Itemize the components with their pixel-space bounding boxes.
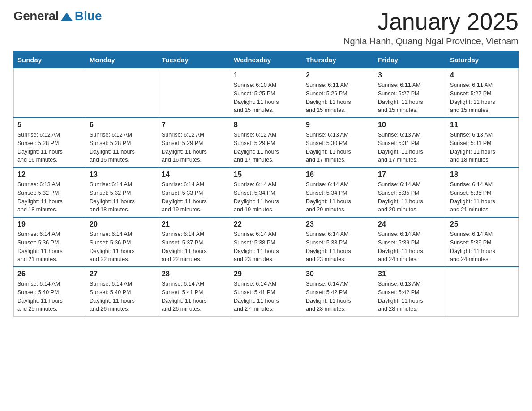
day-info: Sunrise: 6:14 AM Sunset: 5:36 PM Dayligh… (90, 230, 154, 264)
calendar-cell: 29Sunrise: 6:14 AM Sunset: 5:41 PM Dayli… (230, 267, 302, 317)
calendar-cell: 9Sunrise: 6:13 AM Sunset: 5:30 PM Daylig… (302, 118, 374, 167)
calendar-cell: 5Sunrise: 6:12 AM Sunset: 5:28 PM Daylig… (14, 118, 86, 167)
day-info: Sunrise: 6:13 AM Sunset: 5:31 PM Dayligh… (378, 131, 442, 164)
day-number: 7 (162, 121, 226, 129)
calendar-cell: 23Sunrise: 6:14 AM Sunset: 5:38 PM Dayli… (302, 217, 374, 267)
calendar-cell (158, 68, 230, 118)
calendar-cell: 3Sunrise: 6:11 AM Sunset: 5:27 PM Daylig… (374, 68, 446, 118)
day-number: 13 (90, 171, 154, 179)
calendar-cell: 28Sunrise: 6:14 AM Sunset: 5:41 PM Dayli… (158, 267, 230, 317)
day-info: Sunrise: 6:12 AM Sunset: 5:29 PM Dayligh… (162, 131, 226, 164)
day-info: Sunrise: 6:14 AM Sunset: 5:35 PM Dayligh… (378, 180, 442, 214)
day-of-week-header: Tuesday (158, 51, 230, 68)
month-title: January 2025 (343, 9, 519, 34)
day-info: Sunrise: 6:13 AM Sunset: 5:30 PM Dayligh… (306, 131, 370, 164)
calendar-cell: 21Sunrise: 6:14 AM Sunset: 5:37 PM Dayli… (158, 217, 230, 267)
location-text: Nghia Hanh, Quang Ngai Province, Vietnam (343, 36, 519, 47)
day-info: Sunrise: 6:11 AM Sunset: 5:27 PM Dayligh… (378, 81, 442, 115)
calendar-cell: 8Sunrise: 6:12 AM Sunset: 5:29 PM Daylig… (230, 118, 302, 167)
day-info: Sunrise: 6:14 AM Sunset: 5:37 PM Dayligh… (162, 230, 226, 264)
day-info: Sunrise: 6:14 AM Sunset: 5:40 PM Dayligh… (17, 280, 82, 313)
day-number: 10 (378, 121, 442, 129)
day-number: 3 (378, 71, 442, 79)
calendar-cell: 19Sunrise: 6:14 AM Sunset: 5:36 PM Dayli… (14, 217, 86, 267)
day-info: Sunrise: 6:14 AM Sunset: 5:41 PM Dayligh… (234, 280, 298, 313)
day-info: Sunrise: 6:14 AM Sunset: 5:32 PM Dayligh… (90, 180, 154, 214)
calendar-cell: 31Sunrise: 6:13 AM Sunset: 5:42 PM Dayli… (374, 267, 446, 317)
calendar-cell: 11Sunrise: 6:13 AM Sunset: 5:31 PM Dayli… (446, 118, 519, 167)
calendar-cell: 7Sunrise: 6:12 AM Sunset: 5:29 PM Daylig… (158, 118, 230, 167)
day-number: 18 (450, 171, 515, 179)
day-number: 12 (17, 171, 82, 179)
calendar-cell: 10Sunrise: 6:13 AM Sunset: 5:31 PM Dayli… (374, 118, 446, 167)
title-block: January 2025 Nghia Hanh, Quang Ngai Prov… (343, 9, 519, 47)
day-info: Sunrise: 6:14 AM Sunset: 5:39 PM Dayligh… (378, 230, 442, 264)
calendar-table: SundayMondayTuesdayWednesdayThursdayFrid… (13, 51, 519, 317)
day-number: 27 (90, 270, 154, 278)
day-info: Sunrise: 6:14 AM Sunset: 5:36 PM Dayligh… (17, 230, 82, 264)
calendar-cell: 12Sunrise: 6:13 AM Sunset: 5:32 PM Dayli… (14, 167, 86, 217)
day-number: 24 (378, 220, 442, 228)
calendar-cell: 2Sunrise: 6:11 AM Sunset: 5:26 PM Daylig… (302, 68, 374, 118)
day-number: 19 (17, 220, 82, 228)
day-info: Sunrise: 6:12 AM Sunset: 5:29 PM Dayligh… (234, 131, 298, 164)
calendar-week-row: 19Sunrise: 6:14 AM Sunset: 5:36 PM Dayli… (14, 217, 519, 267)
calendar-cell: 15Sunrise: 6:14 AM Sunset: 5:34 PM Dayli… (230, 167, 302, 217)
day-number: 29 (234, 270, 298, 278)
day-number: 1 (234, 71, 298, 79)
logo-general-text: General (13, 9, 59, 23)
day-info: Sunrise: 6:14 AM Sunset: 5:34 PM Dayligh… (234, 180, 298, 214)
calendar-cell: 30Sunrise: 6:14 AM Sunset: 5:42 PM Dayli… (302, 267, 374, 317)
day-number: 6 (90, 121, 154, 129)
day-number: 26 (17, 270, 82, 278)
day-info: Sunrise: 6:14 AM Sunset: 5:35 PM Dayligh… (450, 180, 515, 214)
calendar-week-row: 1Sunrise: 6:10 AM Sunset: 5:25 PM Daylig… (14, 68, 519, 118)
calendar-cell: 14Sunrise: 6:14 AM Sunset: 5:33 PM Dayli… (158, 167, 230, 217)
calendar-cell: 16Sunrise: 6:14 AM Sunset: 5:34 PM Dayli… (302, 167, 374, 217)
day-number: 5 (17, 121, 82, 129)
day-number: 25 (450, 220, 515, 228)
calendar-cell (86, 68, 158, 118)
day-info: Sunrise: 6:10 AM Sunset: 5:25 PM Dayligh… (234, 81, 298, 115)
day-info: Sunrise: 6:14 AM Sunset: 5:38 PM Dayligh… (234, 230, 298, 264)
day-info: Sunrise: 6:13 AM Sunset: 5:42 PM Dayligh… (378, 280, 442, 313)
calendar-week-row: 12Sunrise: 6:13 AM Sunset: 5:32 PM Dayli… (14, 167, 519, 217)
logo-triangle-icon (60, 13, 73, 21)
logo: General Blue (13, 9, 102, 23)
day-info: Sunrise: 6:14 AM Sunset: 5:33 PM Dayligh… (162, 180, 226, 214)
day-number: 4 (450, 71, 515, 79)
day-number: 30 (306, 270, 370, 278)
calendar-header-row: SundayMondayTuesdayWednesdayThursdayFrid… (14, 51, 519, 68)
day-of-week-header: Thursday (302, 51, 374, 68)
day-info: Sunrise: 6:13 AM Sunset: 5:32 PM Dayligh… (17, 180, 82, 214)
day-info: Sunrise: 6:11 AM Sunset: 5:27 PM Dayligh… (450, 81, 515, 115)
day-of-week-header: Saturday (446, 51, 519, 68)
day-info: Sunrise: 6:14 AM Sunset: 5:40 PM Dayligh… (90, 280, 154, 313)
calendar-cell: 4Sunrise: 6:11 AM Sunset: 5:27 PM Daylig… (446, 68, 519, 118)
day-info: Sunrise: 6:12 AM Sunset: 5:28 PM Dayligh… (90, 131, 154, 164)
day-info: Sunrise: 6:11 AM Sunset: 5:26 PM Dayligh… (306, 81, 370, 115)
day-info: Sunrise: 6:14 AM Sunset: 5:41 PM Dayligh… (162, 280, 226, 313)
calendar-cell: 6Sunrise: 6:12 AM Sunset: 5:28 PM Daylig… (86, 118, 158, 167)
day-number: 22 (234, 220, 298, 228)
logo-blue-text: Blue (75, 9, 102, 23)
day-number: 17 (378, 171, 442, 179)
day-info: Sunrise: 6:14 AM Sunset: 5:34 PM Dayligh… (306, 180, 370, 214)
day-info: Sunrise: 6:14 AM Sunset: 5:38 PM Dayligh… (306, 230, 370, 264)
calendar-cell (14, 68, 86, 118)
calendar-week-row: 26Sunrise: 6:14 AM Sunset: 5:40 PM Dayli… (14, 267, 519, 317)
day-of-week-header: Monday (86, 51, 158, 68)
calendar-cell: 20Sunrise: 6:14 AM Sunset: 5:36 PM Dayli… (86, 217, 158, 267)
day-number: 11 (450, 121, 515, 129)
day-number: 31 (378, 270, 442, 278)
day-number: 2 (306, 71, 370, 79)
calendar-cell: 25Sunrise: 6:14 AM Sunset: 5:39 PM Dayli… (446, 217, 519, 267)
day-number: 20 (90, 220, 154, 228)
day-number: 16 (306, 171, 370, 179)
day-number: 21 (162, 220, 226, 228)
day-of-week-header: Wednesday (230, 51, 302, 68)
day-number: 28 (162, 270, 226, 278)
day-info: Sunrise: 6:12 AM Sunset: 5:28 PM Dayligh… (17, 131, 82, 164)
day-number: 23 (306, 220, 370, 228)
calendar-cell: 24Sunrise: 6:14 AM Sunset: 5:39 PM Dayli… (374, 217, 446, 267)
